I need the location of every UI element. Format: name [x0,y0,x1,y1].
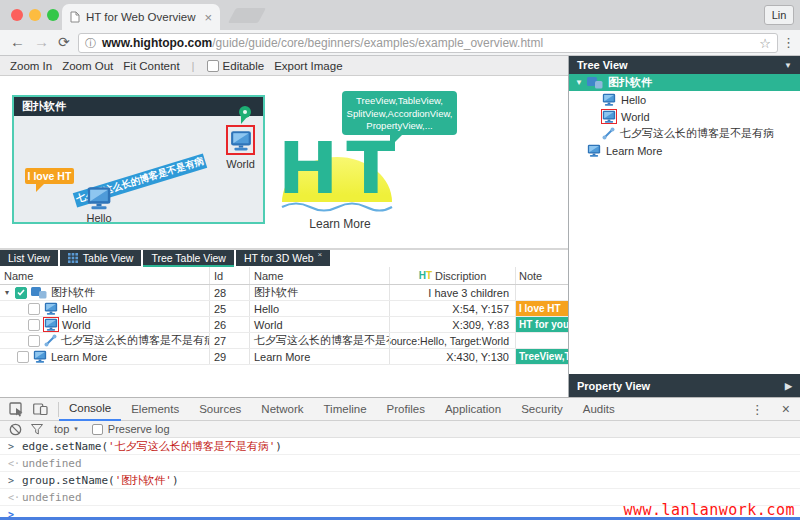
hello-node[interactable] [86,186,112,214]
editable-checkbox[interactable] [207,60,219,72]
devtools-tab-audits[interactable]: Audits [573,398,625,420]
row-id: 26 [214,319,226,331]
tab-label: Tree Table View [151,252,226,264]
export-image-button[interactable]: Export Image [274,60,342,72]
col-name[interactable]: Name [4,270,33,282]
result-value: undefined [22,491,82,504]
bookmark-star-icon[interactable]: ☆ [759,36,771,51]
device-toolbar-icon[interactable] [33,402,48,416]
fullscreen-window-button[interactable] [47,9,59,21]
zoom-in-button[interactable]: Zoom In [10,60,52,72]
execution-context-selector[interactable]: top [54,423,69,435]
col-name2[interactable]: Name [254,270,283,282]
devtools-tab-timeline[interactable]: Timeline [314,398,377,420]
hello-node-label: Hello [78,212,120,224]
table-row[interactable]: Hello 25 Hello X:54, Y:157 I love HT [0,301,568,317]
row-checkbox-checked[interactable] [15,287,27,299]
row-checkbox[interactable] [28,303,40,315]
devtools-menu-icon[interactable]: ⋮ [751,402,764,417]
row-name: Learn More [51,351,107,363]
clear-console-icon[interactable] [9,423,22,436]
devtools-tab-console[interactable]: Console [59,398,121,421]
tab-list-view[interactable]: List View [0,250,58,266]
table-row[interactable]: Learn More 29 Learn More X:430, Y:130 Tr… [0,349,568,365]
browser-tab[interactable]: HT for Web Overview × [62,4,220,30]
new-tab-button[interactable] [228,8,266,23]
ht-logo[interactable]: HT [278,132,396,206]
table-row[interactable]: ▾ 图扑软件 28 图扑软件 I have 3 children [0,285,568,301]
edge-icon [44,334,57,347]
property-view-header[interactable]: Property View ▶ [569,374,800,397]
row-name: Hello [62,303,87,315]
url-path: /guide/guide/core/beginners/examples/exa… [212,36,755,50]
tree-item-edge[interactable]: 七夕写这么长的博客是不是有病 [569,125,800,142]
back-icon[interactable]: ← [10,33,25,50]
row-checkbox[interactable] [17,351,29,363]
devtools-tab-elements[interactable]: Elements [121,398,189,420]
profile-button[interactable]: Lin [764,5,794,25]
col-id[interactable]: Id [214,270,223,282]
row-name2: 图扑软件 [254,285,298,300]
tree-item-learn-more[interactable]: Learn More [569,142,800,159]
command-marker: > [8,441,22,452]
tab-tree-table-view[interactable]: Tree Table View [143,250,234,267]
table-row[interactable]: 七夕写这么长的博客是不是有病 27 七夕写这么长的博客是不是有病 Source:… [0,333,568,349]
site-info-icon[interactable]: ⓘ [85,36,96,51]
tab-close-icon[interactable]: × [318,250,323,259]
preserve-log-checkbox[interactable] [92,424,103,435]
row-checkbox[interactable] [28,335,40,347]
row-checkbox[interactable] [28,319,40,331]
collapse-arrow-icon[interactable]: ▼ [784,61,792,70]
devtools-close-icon[interactable]: × [782,401,790,417]
row-desc: I have 3 children [428,287,509,299]
tab-label: Table View [83,252,134,264]
row-desc: X:309, Y:83 [452,319,509,331]
view-tabbar: List View Table View Tree Table View HT … [0,250,568,267]
graph-view-canvas[interactable]: 图扑软件 七夕写这么长的博客是不是有病 I love HT Hello [0,76,568,248]
filter-icon[interactable] [31,424,43,435]
chevron-down-icon[interactable]: ▾ [74,425,78,433]
browser-menu-icon[interactable]: ⋮ [782,35,795,50]
tree-item-world[interactable]: World [569,108,800,125]
grid-icon [68,253,78,263]
devtools-tab-profiles[interactable]: Profiles [377,398,435,420]
devtools-tab-sources[interactable]: Sources [189,398,251,420]
tree-item-hello[interactable]: Hello [569,91,800,108]
forward-icon[interactable]: → [34,33,49,50]
console-result[interactable]: <· undefined [0,455,800,472]
close-window-button[interactable] [11,9,23,21]
expand-arrow-icon[interactable]: ▶ [785,381,792,391]
url-host: www.hightopo.com [102,36,212,50]
devtools-tab-security[interactable]: Security [511,398,573,420]
expand-collapse-icon[interactable]: ▼ [575,78,585,87]
tab-close-icon[interactable]: × [204,11,212,24]
tree-view-header[interactable]: Tree View ▼ [569,56,800,74]
property-view-title: Property View [577,380,650,392]
love-note-callout[interactable]: I love HT [25,168,74,184]
devtools-tab-network[interactable]: Network [251,398,313,420]
fit-content-button[interactable]: Fit Content [123,60,179,72]
console-command[interactable]: > group.setName('图扑软件') [0,472,800,489]
col-note[interactable]: Note [519,270,542,282]
minimize-window-button[interactable] [29,9,41,21]
inspect-element-icon[interactable] [9,402,24,417]
tab-ht-for-3d-web[interactable]: HT for 3D Web × [236,250,330,266]
reload-icon[interactable]: ⟳ [58,34,70,50]
pin-icon [239,106,251,118]
url-bar[interactable]: ⓘ www.hightopo.com /guide/guide/core/beg… [78,33,778,53]
tree-item-group[interactable]: ▼ 图扑软件 [569,74,800,91]
result-marker: <· [8,492,22,503]
col-discription[interactable]: Discription [435,270,486,282]
tab-label: List View [8,252,50,264]
zoom-out-button[interactable]: Zoom Out [62,60,113,72]
command-marker: > [8,475,22,486]
tree-item-label: Learn More [606,145,662,157]
console-command[interactable]: > edge.setName('七夕写这么长的博客是不是有病') [0,438,800,455]
devtools-tab-application[interactable]: Application [435,398,511,420]
learn-more-label[interactable]: Learn More [298,217,382,231]
tab-table-view[interactable]: Table View [60,250,142,266]
monitor-icon-selected [44,318,58,331]
table-row[interactable]: World 26 World X:309, Y:83 HT for your [0,317,568,333]
expand-collapse-icon[interactable]: ▾ [5,288,15,297]
world-node-selection-box[interactable] [226,125,255,155]
